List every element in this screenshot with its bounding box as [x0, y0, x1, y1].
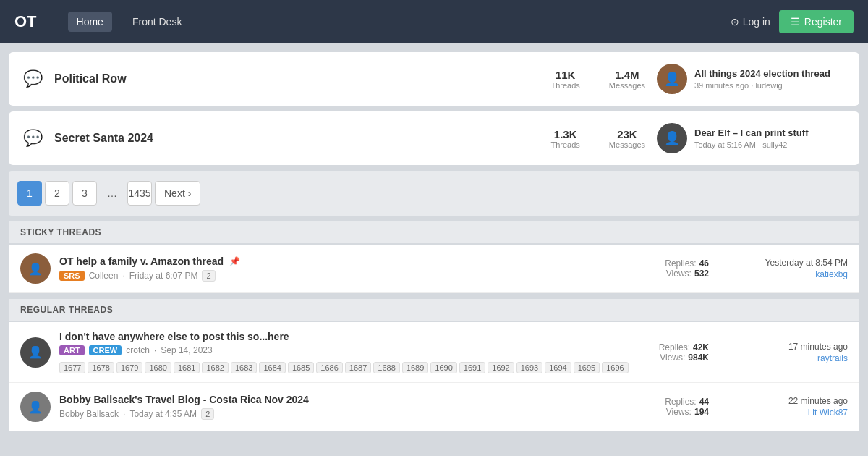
forum-icon-secret: 💬	[23, 129, 43, 148]
thread-row-regular-1: 👤 Bobby Ballsack's Travel Blog - Costa R…	[9, 383, 859, 431]
latest-meta-political: 39 minutes ago · ludewig	[694, 81, 830, 90]
page-button-1435[interactable]: 1435	[127, 181, 152, 206]
header-divider	[56, 11, 56, 33]
thread-avatar-bobby: 👤	[20, 392, 51, 422]
forum-latest-secret: 👤 Dear Elf – I can print stuff Today at …	[657, 123, 845, 153]
thread-stats-regular-1: Replies: 44 Views: 194	[651, 397, 709, 417]
stat-threads-political: 11K Threads	[551, 69, 580, 90]
thread-avatar-crotch: 👤	[20, 337, 51, 368]
thread-avatar-colleen: 👤	[20, 253, 51, 284]
page-button-3[interactable]: 3	[72, 181, 97, 206]
main-content: 💬 Political Row 11K Threads 1.4M Message…	[0, 43, 868, 440]
page-ellipsis: …	[100, 181, 124, 206]
latest-info-political: All things 2024 election thread 39 minut…	[694, 68, 830, 90]
forum-title-secret[interactable]: Secret Santa 2024	[54, 132, 540, 145]
forum-latest-political: 👤 All things 2024 election thread 39 min…	[657, 64, 845, 94]
forum-icon-political: 💬	[23, 69, 43, 88]
avatar-secret: 👤	[657, 123, 687, 153]
thread-meta-sticky-0: SRS Colleen · Friday at 6:07 PM 2	[59, 270, 642, 282]
thread-title-regular-1: Bobby Ballsack's Travel Blog - Costa Ric…	[59, 394, 642, 405]
thread-meta-regular-0: ART CREW crotch · Sep 14, 2023 1677 1678…	[59, 345, 642, 373]
stat-threads-secret: 1.3K Threads	[551, 128, 580, 149]
page-tags-regular-0: 1677 1678 1679 1680 1681 1682 1683 1684 …	[59, 362, 629, 373]
thread-row-sticky-0: 👤 OT help a family v. Amazon thread 📌 SR…	[9, 245, 859, 293]
forum-title-political[interactable]: Political Row	[54, 72, 540, 85]
nav-front-desk[interactable]: Front Desk	[124, 12, 190, 32]
next-chevron-icon: ›	[188, 187, 192, 199]
replies-row-regular-1: Replies: 44	[651, 397, 709, 407]
pin-icon: 📌	[229, 256, 240, 266]
pagination: 1 2 3 … 1435 Next ›	[9, 171, 859, 216]
login-button[interactable]: ⊙ Log in	[731, 16, 770, 28]
thread-row-regular-0: 👤 I don't have anywhere else to post thi…	[9, 322, 859, 383]
thread-last-post-regular-0: 17 minutes ago raytrails	[718, 342, 848, 363]
replies-row-regular-0: Replies: 42K	[651, 342, 709, 352]
thread-content-regular-1: Bobby Ballsack's Travel Blog - Costa Ric…	[59, 394, 642, 420]
thread-last-post-sticky-0: Yesterday at 8:54 PM katiexbg	[718, 258, 848, 279]
thread-meta-regular-1: Bobby Ballsack · Today at 4:35 AM 2	[59, 408, 642, 420]
thread-stats-regular-0: Replies: 42K Views: 984K	[651, 342, 709, 363]
register-button[interactable]: ☰ Register	[779, 10, 854, 33]
avatar-political: 👤	[657, 64, 687, 94]
tag-crew: CREW	[89, 345, 122, 355]
latest-meta-secret: Today at 5:16 AM · sully42	[694, 140, 808, 149]
thread-content-sticky-0: OT help a family v. Amazon thread 📌 SRS …	[59, 256, 642, 282]
page-count-regular-1[interactable]: 2	[201, 408, 214, 420]
views-row-regular-0: Views: 984K	[651, 352, 709, 363]
views-row-regular-1: Views: 194	[651, 407, 709, 417]
latest-thread-secret[interactable]: Dear Elf – I can print stuff	[694, 127, 808, 138]
latest-thread-political[interactable]: All things 2024 election thread	[694, 68, 830, 79]
stat-messages-secret: 23K Messages	[609, 128, 645, 149]
thread-title-regular-0: I don't have anywhere else to post this …	[59, 331, 642, 342]
latest-info-secret: Dear Elf – I can print stuff Today at 5:…	[694, 127, 808, 149]
views-row-sticky-0: Views: 532	[651, 269, 709, 279]
stat-messages-political: 1.4M Messages	[609, 69, 645, 90]
nav-home[interactable]: Home	[68, 12, 112, 32]
forum-card-political-row: 💬 Political Row 11K Threads 1.4M Message…	[9, 52, 859, 106]
tag-art: ART	[59, 345, 85, 355]
sticky-section-header: Sticky Threads	[9, 221, 859, 243]
register-icon: ☰	[791, 16, 800, 28]
replies-row-sticky-0: Replies: 46	[651, 258, 709, 269]
thread-title-sticky-0: OT help a family v. Amazon thread 📌	[59, 256, 642, 267]
thread-stats-sticky-0: Replies: 46 Views: 532	[651, 258, 709, 279]
header-right: ⊙ Log in ☰ Register	[731, 10, 854, 33]
thread-last-post-regular-1: 22 minutes ago Lit Wick87	[718, 396, 848, 418]
forum-card-secret-santa: 💬 Secret Santa 2024 1.3K Threads 23K Mes…	[9, 111, 859, 165]
thread-content-regular-0: I don't have anywhere else to post this …	[59, 331, 642, 373]
regular-section-header: Regular Threads	[9, 299, 859, 321]
forum-stats-secret: 1.3K Threads 23K Messages	[551, 128, 646, 149]
login-icon: ⊙	[731, 16, 739, 28]
tag-srs: SRS	[59, 271, 85, 281]
next-button[interactable]: Next ›	[155, 181, 200, 206]
page-button-2[interactable]: 2	[45, 181, 69, 206]
header: OT Home Front Desk ⊙ Log in ☰ Register	[0, 0, 868, 43]
page-button-1[interactable]: 1	[17, 181, 42, 206]
forum-stats-political: 11K Threads 1.4M Messages	[551, 69, 646, 90]
site-logo[interactable]: OT	[14, 12, 37, 31]
page-count-sticky-0[interactable]: 2	[202, 270, 215, 282]
